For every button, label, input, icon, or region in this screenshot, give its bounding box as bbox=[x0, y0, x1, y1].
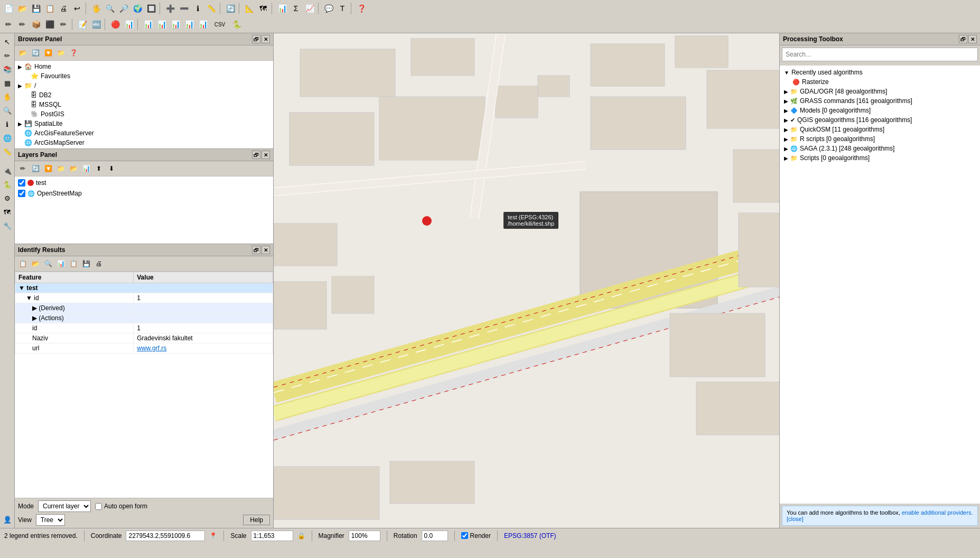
proc-cat-rscripts[interactable]: ▶ 📁 R scripts [0 geoalgorithms] bbox=[782, 134, 978, 144]
identify-print-btn[interactable]: 🖨 bbox=[93, 258, 105, 269]
identify-collapse-btn[interactable]: 📂 bbox=[30, 258, 41, 269]
coordinate-input[interactable] bbox=[126, 531, 205, 541]
font-btn[interactable]: 🔤 bbox=[90, 18, 102, 31]
undo-btn[interactable]: ↩ bbox=[71, 2, 83, 15]
data3-btn[interactable]: 📊 bbox=[169, 18, 182, 31]
proc-cat-gdal[interactable]: ▶ 📁 GDAL/OGR [48 geoalgorithms] bbox=[782, 87, 978, 96]
proc-rasterize[interactable]: 🔴 Rasterize bbox=[782, 77, 978, 87]
identify-row-derived[interactable]: ▶ (Derived) bbox=[15, 303, 273, 313]
side-measure[interactable]: 📏 bbox=[1, 145, 14, 158]
layers-edit-btn[interactable]: ✏ bbox=[17, 163, 29, 174]
identify-float-btn[interactable]: 🗗 bbox=[252, 246, 260, 254]
label-btn[interactable]: 📝 bbox=[76, 18, 89, 31]
browser-item-mssql[interactable]: 🗄 MSSQL bbox=[16, 100, 272, 109]
side-pan[interactable]: ✋ bbox=[1, 90, 14, 103]
data-btn[interactable]: 📊 bbox=[142, 18, 154, 31]
identify-url-link[interactable]: www.grf.rs bbox=[137, 345, 166, 352]
mode-select[interactable]: Current layer bbox=[38, 500, 91, 512]
proc-cat-quickosm[interactable]: ▶ 📁 QuickOSM [11 geoalgorithms] bbox=[782, 125, 978, 134]
side-user[interactable]: 👤 bbox=[1, 513, 14, 526]
browser-item-arcgisfeature[interactable]: 🌐 ArcGisFeatureServer bbox=[16, 128, 272, 138]
identify-select-btn[interactable]: 🔍 bbox=[42, 258, 54, 269]
data4-btn[interactable]: 📊 bbox=[183, 18, 195, 31]
layers-group-btn[interactable]: 📁 bbox=[55, 163, 67, 174]
side-cursor[interactable]: ↖ bbox=[1, 35, 14, 48]
browser-item-arcgismap[interactable]: 🌐 ArcGisMapServer bbox=[16, 138, 272, 147]
map-canvas[interactable] bbox=[274, 33, 779, 528]
deselect-btn[interactable]: ➖ bbox=[178, 2, 190, 15]
layers-refresh-btn[interactable]: 🔄 bbox=[30, 163, 41, 174]
layer-osm-checkbox[interactable] bbox=[18, 190, 25, 197]
browser-item-home[interactable]: ▶ 🏠 Home bbox=[16, 62, 272, 71]
layers-remove-btn[interactable]: 📊 bbox=[80, 163, 92, 174]
identify-close-btn[interactable]: ✕ bbox=[262, 246, 270, 254]
data2-btn[interactable]: 📊 bbox=[155, 18, 168, 31]
browser-filter-btn[interactable]: 🔽 bbox=[42, 47, 54, 59]
browser-float-btn[interactable]: 🗗 bbox=[252, 35, 260, 43]
open-btn[interactable]: 📂 bbox=[16, 2, 29, 15]
browser-item-db2[interactable]: 🗄 DB2 bbox=[16, 90, 272, 100]
feature-btn[interactable]: ✏ bbox=[57, 18, 70, 31]
data5-btn[interactable]: 📊 bbox=[197, 18, 209, 31]
side-plugin[interactable]: 🔌 bbox=[1, 164, 14, 177]
atlas-btn[interactable]: 🗺 bbox=[257, 2, 269, 15]
processing-search-input[interactable] bbox=[782, 48, 978, 61]
summary-btn[interactable]: Σ bbox=[290, 2, 302, 15]
layer-test[interactable]: test bbox=[16, 178, 272, 188]
side-python2[interactable]: 🐍 bbox=[1, 178, 14, 191]
layer-btn[interactable]: ⬛ bbox=[43, 18, 56, 31]
proc-cat-recent[interactable]: ▼ Recently used algorithms bbox=[782, 68, 978, 77]
rotation-input[interactable] bbox=[422, 531, 448, 541]
proc-cat-saga[interactable]: ▶ 🌐 SAGA (2.3.1) [248 geoalgorithms] bbox=[782, 144, 978, 153]
red-btn[interactable]: 🔴 bbox=[109, 18, 122, 31]
layers-add-btn[interactable]: 📂 bbox=[68, 163, 79, 174]
side-identify[interactable]: ℹ bbox=[1, 118, 14, 131]
save-btn[interactable]: 💾 bbox=[30, 2, 42, 15]
processing-float-btn[interactable]: 🗗 bbox=[959, 35, 967, 43]
identify-copy-btn[interactable]: 📋 bbox=[68, 258, 79, 269]
help-btn[interactable]: ❓ bbox=[355, 2, 368, 15]
browser-item-postgis[interactable]: 🐘 PostGIS bbox=[16, 109, 272, 119]
saveas-btn[interactable]: 📋 bbox=[43, 2, 56, 15]
browser-refresh-btn[interactable]: 🔄 bbox=[30, 47, 41, 59]
browser-item-root[interactable]: ▶ 📁 / bbox=[16, 81, 272, 90]
browser-close-btn[interactable]: ✕ bbox=[262, 35, 270, 43]
python-btn[interactable]: 🐍 bbox=[230, 18, 243, 31]
browser-collapse-btn[interactable]: 📁 bbox=[55, 47, 67, 59]
side-select[interactable]: ▦ bbox=[1, 77, 14, 89]
select-btn[interactable]: ➕ bbox=[164, 2, 176, 15]
layers-close-btn[interactable]: ✕ bbox=[262, 151, 270, 159]
identify-btn[interactable]: ℹ bbox=[191, 2, 204, 15]
magnifier-input[interactable] bbox=[349, 531, 380, 541]
table-btn[interactable]: 📊 bbox=[276, 2, 288, 15]
browser-help-btn[interactable]: ❓ bbox=[68, 47, 79, 59]
proc-footer-link[interactable]: enable additional providers. bbox=[902, 509, 973, 516]
new-btn[interactable]: 📄 bbox=[2, 2, 15, 15]
identify-save-btn[interactable]: 💾 bbox=[80, 258, 92, 269]
render-checkbox[interactable] bbox=[461, 532, 468, 539]
view-select[interactable]: Tree bbox=[36, 514, 65, 526]
side-globe[interactable]: 🌐 bbox=[1, 132, 14, 144]
side-layers[interactable]: 📚 bbox=[1, 63, 14, 76]
pan-btn[interactable]: 🖐 bbox=[90, 2, 102, 15]
browser-item-spatialite[interactable]: ▶ 💾 SpatiaLite bbox=[16, 119, 272, 128]
side-pencil[interactable]: ✏ bbox=[1, 49, 14, 62]
digitize-btn[interactable]: ✏ bbox=[2, 18, 15, 31]
proc-cat-qgis[interactable]: ▶ ✔ QGIS geoalgorithms [116 geoalgorithm… bbox=[782, 115, 978, 125]
proc-cat-grass[interactable]: ▶ 🌿 GRASS commands [161 geoalgorithms] bbox=[782, 96, 978, 106]
side-tools2[interactable]: 🔧 bbox=[1, 219, 14, 232]
scale-input[interactable] bbox=[251, 531, 293, 541]
layer-test-checkbox[interactable] bbox=[18, 179, 25, 187]
proc-footer-close-link[interactable]: [close] bbox=[787, 516, 804, 522]
annot-btn[interactable]: 💬 bbox=[322, 2, 335, 15]
coord-btn[interactable]: 📐 bbox=[243, 2, 256, 15]
proc-cat-models[interactable]: ▶ 🔷 Models [0 geoalgorithms] bbox=[782, 106, 978, 115]
csv-btn[interactable]: CSV bbox=[210, 18, 229, 31]
side-zoom[interactable]: 🔍 bbox=[1, 104, 14, 117]
auto-open-checkbox[interactable] bbox=[95, 503, 102, 510]
measure-btn[interactable]: 📏 bbox=[205, 2, 218, 15]
chart2-btn[interactable]: 📊 bbox=[123, 18, 135, 31]
layers-down-btn[interactable]: ⬇ bbox=[106, 163, 117, 174]
browser-add-btn[interactable]: 📂 bbox=[17, 47, 29, 59]
side-routing[interactable]: 🗺 bbox=[1, 206, 14, 218]
